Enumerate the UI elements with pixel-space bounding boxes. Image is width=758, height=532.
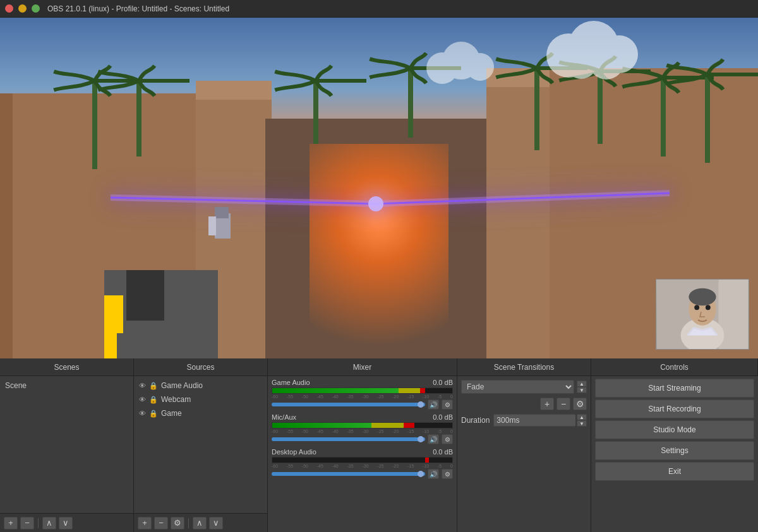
transitions-panel: Fade Cut Swipe Slide Stinger Fade to Col… xyxy=(457,376,591,532)
mixer-header: Mixer xyxy=(268,358,457,375)
volume-slider[interactable] xyxy=(272,472,425,476)
track-db: 0.0 dB xyxy=(433,379,453,386)
track-settings-button[interactable]: ⚙ xyxy=(442,469,453,479)
maximize-button[interactable] xyxy=(32,4,40,13)
start-streaming-button[interactable]: Start Streaming xyxy=(595,379,754,398)
titlebar: OBS 21.0.1 (linux) - Profile: Untitled -… xyxy=(0,0,758,18)
eye-icon: 👁 xyxy=(139,382,146,389)
bottom-panel: Scenes Sources Mixer Scene Transitions C… xyxy=(0,358,758,532)
svg-point-5 xyxy=(694,305,699,310)
controls-header: Controls xyxy=(591,358,758,375)
track-db: 0.0 dB xyxy=(433,413,453,421)
window-title: OBS 21.0.1 (linux) - Profile: Untitled -… xyxy=(47,4,229,13)
add-scene-button[interactable]: + xyxy=(4,517,18,529)
duration-spinner[interactable]: ▲ ▼ xyxy=(577,414,587,427)
panel-content: Scene + − ∧ ∨ 👁 🔒 Game Audio 👁 xyxy=(0,376,758,532)
scenes-header: Scenes xyxy=(0,358,134,375)
duration-label: Duration xyxy=(461,416,490,425)
vu-meter xyxy=(272,387,453,394)
mixer-controls: 🔊 ⚙ xyxy=(272,469,453,479)
mixer-panel: Game Audio 0.0 dB -60-55-50-45-40-35-30-… xyxy=(268,376,457,532)
mixer-controls: 🔊 ⚙ xyxy=(272,434,453,444)
source-up-button[interactable]: ∧ xyxy=(193,517,207,529)
sources-list: 👁 🔒 Game Audio 👁 🔒 Webcam 👁 🔒 Game xyxy=(134,376,267,513)
spin-down-button[interactable]: ▼ xyxy=(577,387,587,393)
volume-slider[interactable] xyxy=(272,437,425,441)
transition-select-row: Fade Cut Swipe Slide Stinger Fade to Col… xyxy=(461,380,587,394)
volume-handle xyxy=(418,436,424,442)
mixer-track-header: Desktop Audio 0.0 dB xyxy=(272,448,453,456)
scenes-list: Scene xyxy=(0,376,133,513)
duration-input[interactable] xyxy=(493,414,575,427)
duration-row: Duration ▲ ▼ xyxy=(461,414,587,427)
vu-meter xyxy=(272,422,453,429)
source-item[interactable]: 👁 🔒 Game Audio xyxy=(134,379,267,393)
mute-button[interactable]: 🔊 xyxy=(428,469,439,479)
track-db: 0.0 dB xyxy=(433,448,453,456)
start-recording-button[interactable]: Start Recording xyxy=(595,399,754,418)
preview-area xyxy=(0,18,758,358)
mute-button[interactable]: 🔊 xyxy=(428,399,439,410)
volume-handle xyxy=(418,401,424,408)
vu-ticks: -60-55-50-45-40-35-30-25-20-15-10-50 xyxy=(272,394,453,399)
scenes-toolbar: + − ∧ ∨ xyxy=(0,513,133,532)
volume-handle xyxy=(418,471,424,477)
add-transition-button[interactable]: + xyxy=(540,398,554,410)
scene-item[interactable]: Scene xyxy=(0,379,133,393)
add-source-button[interactable]: + xyxy=(138,517,152,529)
svg-point-4 xyxy=(689,288,716,306)
scene-down-button[interactable]: ∨ xyxy=(59,517,73,529)
studio-mode-button[interactable]: Studio Mode xyxy=(595,420,754,439)
source-item[interactable]: 👁 🔒 Webcam xyxy=(134,393,267,406)
track-name: Game Audio xyxy=(272,379,310,386)
sources-header: Sources xyxy=(134,358,268,375)
controls-panel: Start Streaming Start Recording Studio M… xyxy=(591,376,758,532)
spin-up-button[interactable]: ▲ xyxy=(577,381,587,387)
eye-icon: 👁 xyxy=(139,410,146,417)
vu-ticks: -60-55-50-45-40-35-30-25-20-15-10-50 xyxy=(272,464,453,468)
source-down-button[interactable]: ∨ xyxy=(209,517,223,529)
eye-icon: 👁 xyxy=(139,396,146,403)
panel-headers: Scenes Sources Mixer Scene Transitions C… xyxy=(0,358,758,376)
vu-ticks: -60-55-50-45-40-35-30-25-20-15-10-50 xyxy=(272,429,453,434)
lock-icon: 🔒 xyxy=(149,396,158,404)
mixer-controls: 🔊 ⚙ xyxy=(272,399,453,410)
exit-button[interactable]: Exit xyxy=(595,462,754,481)
close-button[interactable] xyxy=(5,4,13,13)
mixer-track-desktop-audio: Desktop Audio 0.0 dB -60-55-50-45-40-35-… xyxy=(272,448,453,479)
scene-up-button[interactable]: ∧ xyxy=(42,517,56,529)
track-settings-button[interactable]: ⚙ xyxy=(442,399,453,410)
scenes-panel: Scene + − ∧ ∨ xyxy=(0,376,134,532)
remove-source-button[interactable]: − xyxy=(154,517,168,529)
volume-slider[interactable] xyxy=(272,403,425,406)
mixer-track-mic-aux: Mic/Aux 0.0 dB -60-55-50-45-40-35-30-25-… xyxy=(272,413,453,444)
preview-canvas xyxy=(0,18,758,358)
toolbar-separator xyxy=(38,518,39,528)
settings-button[interactable]: Settings xyxy=(595,441,754,460)
transition-spinner[interactable]: ▲ ▼ xyxy=(577,381,587,393)
minimize-button[interactable] xyxy=(18,4,27,13)
sources-toolbar: + − ⚙ ∧ ∨ xyxy=(134,513,267,532)
duration-spin-down[interactable]: ▼ xyxy=(577,420,587,427)
mixer-track-header: Mic/Aux 0.0 dB xyxy=(272,413,453,421)
sources-panel: 👁 🔒 Game Audio 👁 🔒 Webcam 👁 🔒 Game + − xyxy=(134,376,268,532)
transition-toolbar: + − ⚙ xyxy=(461,398,587,410)
vu-meter xyxy=(272,457,453,463)
lock-icon: 🔒 xyxy=(149,410,158,418)
transition-settings-button[interactable]: ⚙ xyxy=(573,398,587,410)
source-settings-button[interactable]: ⚙ xyxy=(171,517,184,529)
track-name: Desktop Audio xyxy=(272,448,316,456)
webcam-feed xyxy=(656,280,749,349)
remove-scene-button[interactable]: − xyxy=(20,517,34,529)
transition-select[interactable]: Fade Cut Swipe Slide Stinger Fade to Col… xyxy=(461,380,574,394)
transitions-header: Scene Transitions xyxy=(457,358,591,375)
remove-transition-button[interactable]: − xyxy=(556,398,570,410)
webcam-overlay xyxy=(656,279,749,350)
track-settings-button[interactable]: ⚙ xyxy=(442,434,453,444)
duration-spin-up[interactable]: ▲ xyxy=(577,414,587,420)
mute-button[interactable]: 🔊 xyxy=(428,434,439,444)
mixer-track-game-audio: Game Audio 0.0 dB -60-55-50-45-40-35-30-… xyxy=(272,379,453,410)
mixer-track-header: Game Audio 0.0 dB xyxy=(272,379,453,386)
lock-icon: 🔒 xyxy=(149,382,158,390)
source-item[interactable]: 👁 🔒 Game xyxy=(134,406,267,420)
